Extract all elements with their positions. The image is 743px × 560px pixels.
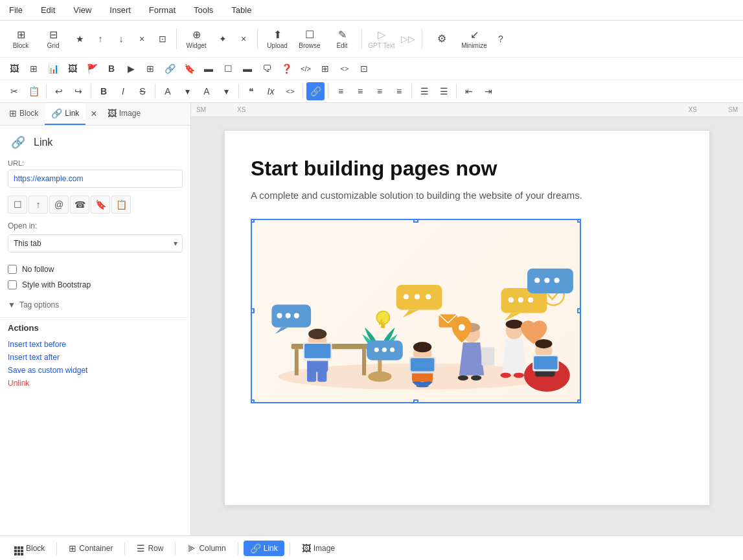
action-save-widget[interactable]: Save as custom widget bbox=[8, 364, 183, 377]
tool-grid[interactable]: ⊟ Grid bbox=[38, 23, 69, 54]
tb2-bubble[interactable]: 🗨 bbox=[258, 60, 276, 78]
tb2-box[interactable]: ☐ bbox=[219, 60, 237, 78]
bottom-block[interactable]: Block bbox=[8, 538, 51, 558]
tb3-align-right[interactable]: ≡ bbox=[371, 82, 389, 100]
tb2-hr[interactable]: ▬ bbox=[200, 60, 218, 78]
handle-bm[interactable] bbox=[413, 399, 418, 403]
tb2-apps[interactable]: ⊡ bbox=[355, 60, 373, 78]
menu-view[interactable]: View bbox=[69, 3, 95, 17]
tool-down[interactable]: ↓ bbox=[111, 29, 131, 49]
bottom-row[interactable]: ☰ Row bbox=[130, 541, 170, 556]
action-unlink[interactable]: Unlink bbox=[8, 377, 183, 390]
tb2-bookmark[interactable]: 🔖 bbox=[180, 60, 198, 78]
action-insert-before[interactable]: Insert text before bbox=[8, 338, 183, 351]
tb3-align-justify[interactable]: ≡ bbox=[390, 82, 408, 100]
tag-options-row[interactable]: ▼ Tag options bbox=[0, 295, 190, 315]
tool-star[interactable]: ★ bbox=[70, 29, 89, 49]
tool-help[interactable]: ? bbox=[491, 29, 510, 49]
icon-btn-phone[interactable]: ☎ bbox=[70, 196, 89, 214]
no-follow-label[interactable]: No follow bbox=[22, 265, 54, 274]
tb3-strike[interactable]: S bbox=[133, 82, 152, 100]
bottom-column[interactable]: ⫸ Column bbox=[181, 541, 232, 556]
icon-btn-bookmark2[interactable]: 🔖 bbox=[91, 196, 110, 214]
tool-gpt[interactable]: ▷ GPT Text bbox=[366, 23, 397, 54]
menu-tools[interactable]: Tools bbox=[190, 3, 217, 17]
handle-tr[interactable] bbox=[577, 219, 581, 223]
tb3-quote[interactable]: ❝ bbox=[242, 82, 260, 100]
canvas[interactable]: Start building pages now A complete and … bbox=[224, 130, 710, 506]
tool-block[interactable]: ⊞ Block bbox=[5, 23, 36, 54]
tb2-grid2[interactable]: ⊞ bbox=[25, 60, 43, 78]
bottom-image[interactable]: 🖼 Image bbox=[295, 541, 341, 556]
handle-mr[interactable] bbox=[577, 308, 581, 313]
handle-tl[interactable] bbox=[251, 219, 255, 223]
tb3-list-ol[interactable]: ☰ bbox=[435, 82, 453, 100]
tb2-flag[interactable]: 🚩 bbox=[83, 60, 101, 78]
tb2-chart[interactable]: 📊 bbox=[44, 60, 62, 78]
tb2-video[interactable]: ▶ bbox=[122, 60, 140, 78]
handle-tm[interactable] bbox=[413, 219, 418, 223]
unlink-button[interactable]: × bbox=[87, 103, 100, 125]
tab-image[interactable]: 🖼 Image bbox=[101, 103, 147, 125]
tb3-clear-format[interactable]: Ix bbox=[262, 82, 280, 100]
tb2-question[interactable]: ❓ bbox=[277, 60, 295, 78]
tool-minimize[interactable]: ↙ Minimize bbox=[459, 23, 490, 54]
tool-close[interactable]: × bbox=[132, 29, 152, 49]
tb3-highlight[interactable]: A bbox=[198, 82, 216, 100]
tb2-table[interactable]: ⊞ bbox=[141, 60, 159, 78]
open-in-select[interactable]: This tab New tab Parent frame Top frame bbox=[8, 234, 183, 252]
tb2-hr2[interactable]: ▬ bbox=[238, 60, 257, 78]
menu-insert[interactable]: Insert bbox=[106, 3, 135, 17]
tab-link[interactable]: 🔗 Link bbox=[45, 103, 86, 125]
tool-expand[interactable]: ⊡ bbox=[153, 29, 172, 49]
url-input[interactable] bbox=[8, 170, 183, 188]
icon-btn-arrow-up[interactable]: ↑ bbox=[29, 196, 48, 214]
tool-edit[interactable]: ✎ Edit bbox=[326, 23, 358, 54]
tb2-grid3[interactable]: ⊞ bbox=[316, 60, 334, 78]
canvas-image[interactable] bbox=[251, 219, 581, 403]
tb3-font-color[interactable]: A bbox=[159, 82, 177, 100]
tb3-undo[interactable]: ↩ bbox=[50, 82, 68, 100]
bottom-container[interactable]: ⊞ Container bbox=[62, 541, 119, 556]
tb3-align-center[interactable]: ≡ bbox=[351, 82, 369, 100]
bootstrap-checkbox[interactable] bbox=[8, 280, 17, 289]
tb3-indent-right[interactable]: ⇥ bbox=[479, 82, 497, 100]
handle-br[interactable] bbox=[577, 399, 581, 403]
tool-widget[interactable]: ⊕ Widget bbox=[181, 23, 212, 54]
tb3-bold[interactable]: B bbox=[95, 82, 113, 100]
tab-block[interactable]: ⊞ Block bbox=[3, 103, 45, 125]
icon-btn-copy[interactable]: 📋 bbox=[111, 196, 131, 214]
tool-gpt2[interactable]: ▷▷ bbox=[398, 29, 418, 49]
tb3-list-ul[interactable]: ☰ bbox=[415, 82, 433, 100]
icon-btn-at[interactable]: @ bbox=[49, 196, 69, 214]
tb3-copy[interactable]: 📋 bbox=[25, 82, 43, 100]
tb2-code[interactable]: </> bbox=[297, 60, 315, 78]
tb3-italic[interactable]: I bbox=[114, 82, 132, 100]
tool-star2[interactable]: ✦ bbox=[213, 29, 233, 49]
bootstrap-label[interactable]: Style with Bootstrap bbox=[22, 280, 91, 289]
tb2-bold[interactable]: B bbox=[102, 60, 120, 78]
tb3-indent-left[interactable]: ⇤ bbox=[460, 82, 478, 100]
tool-x2[interactable]: × bbox=[234, 29, 253, 49]
menu-format[interactable]: Format bbox=[145, 3, 179, 17]
tb2-image[interactable]: 🖼 bbox=[5, 60, 23, 78]
bottom-link[interactable]: 🔗 Link bbox=[244, 541, 284, 556]
handle-ml[interactable] bbox=[251, 308, 255, 313]
tb3-link-active[interactable]: 🔗 bbox=[306, 82, 325, 100]
tool-settings[interactable]: ⚙ bbox=[426, 23, 457, 54]
tb3-cut[interactable]: ✂ bbox=[5, 82, 23, 100]
tb3-redo[interactable]: ↪ bbox=[69, 82, 87, 100]
no-follow-checkbox[interactable] bbox=[8, 265, 17, 274]
tb3-align-left[interactable]: ≡ bbox=[332, 82, 350, 100]
tb3-color-dropdown[interactable]: ▾ bbox=[178, 82, 196, 100]
action-insert-after[interactable]: Insert text after bbox=[8, 351, 183, 364]
tb2-link[interactable]: 🔗 bbox=[161, 60, 179, 78]
handle-bl[interactable] bbox=[251, 399, 255, 403]
icon-btn-folder[interactable]: ☐ bbox=[8, 196, 27, 214]
tool-upload[interactable]: ⬆ Upload bbox=[262, 23, 293, 54]
tb3-source[interactable]: <> bbox=[281, 82, 299, 100]
tb2-html[interactable]: <> bbox=[336, 60, 354, 78]
tool-browse[interactable]: ☐ Browse bbox=[294, 23, 325, 54]
tb3-highlight-dropdown[interactable]: ▾ bbox=[217, 82, 235, 100]
menu-edit[interactable]: Edit bbox=[37, 3, 59, 17]
